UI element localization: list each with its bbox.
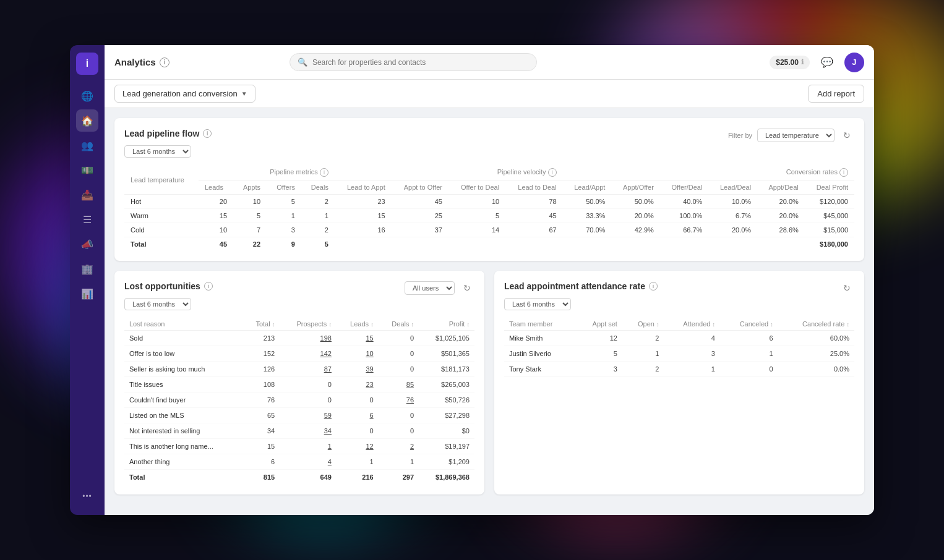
sidebar-item-home[interactable]: 🏠 <box>76 109 98 132</box>
add-report-button[interactable]: Add report <box>808 85 864 103</box>
row-reason: Not interested in selling <box>124 423 243 439</box>
deals-link[interactable]: 2 <box>410 443 414 450</box>
user-avatar[interactable]: J <box>844 53 864 72</box>
row-lead-appt-v: 23 <box>335 195 392 209</box>
sidebar-item-megaphone[interactable]: 📣 <box>76 233 98 255</box>
lost-col-reason: Lost reason <box>124 318 243 331</box>
prospects-link[interactable]: 34 <box>324 427 332 435</box>
app-container: i 🌐 🏠 👥 💵 📥 ☰ 📣 🏢 📊 ••• Analytics i <box>70 45 874 515</box>
deals-link[interactable]: 85 <box>406 381 414 388</box>
sidebar-item-globe[interactable]: 🌐 <box>76 85 98 107</box>
report-selector[interactable]: Lead generation and conversion ▼ <box>114 85 255 103</box>
col-temperature: Lead temperature <box>124 165 199 195</box>
sidebar-item-dollar[interactable]: 💵 <box>76 159 98 181</box>
sidebar-item-inbox[interactable]: 📥 <box>76 184 98 206</box>
row-total: 126 <box>243 362 280 377</box>
lost-opp-header: Lost opportunities i All users ↻ <box>124 281 474 295</box>
row-offers: 3 <box>267 223 301 237</box>
pipeline-filter-right: Filter by Lead temperature ↻ <box>728 128 854 143</box>
deals-link[interactable]: 76 <box>406 396 414 404</box>
prospects-link[interactable]: 59 <box>324 412 332 419</box>
sidebar-item-list[interactable]: ☰ <box>76 208 98 231</box>
lost-opp-refresh-button[interactable]: ↻ <box>460 281 474 295</box>
row-total: 15 <box>243 439 280 454</box>
sidebar-item-contacts[interactable]: 👥 <box>76 134 98 156</box>
prospects-link[interactable]: 1 <box>328 443 332 450</box>
row-deals: 2 <box>301 223 335 237</box>
analytics-info-icon[interactable]: i <box>160 57 169 67</box>
conversion-rates-info[interactable]: i <box>839 168 848 177</box>
leads-link[interactable]: 6 <box>370 412 374 419</box>
pipeline-flow-info-icon[interactable]: i <box>203 129 212 138</box>
row-lead-deal-v: 78 <box>505 195 562 209</box>
lost-opp-period-selector[interactable]: Last 6 months <box>124 298 191 310</box>
row-offer-deal-r: 100.0% <box>660 209 709 223</box>
pipeline-period-selector[interactable]: Last 6 months <box>124 145 191 158</box>
bottom-panels: Lost opportunities i All users ↻ <box>114 271 864 494</box>
pipeline-velocity-info[interactable]: i <box>548 168 557 177</box>
row-leads: 6 <box>337 408 379 423</box>
total-v1 <box>335 237 392 252</box>
att-row-canceled: 6 <box>720 331 778 346</box>
leads-link[interactable]: 23 <box>366 381 373 388</box>
attendance-period-selector[interactable]: Last 6 months <box>504 298 571 310</box>
page-title: Analytics <box>114 57 156 67</box>
row-prospects: 34 <box>280 423 337 439</box>
lost-opp-row: Title issues 108 0 23 85 $265,003 <box>124 377 474 392</box>
row-appt-offer-r: 20.0% <box>611 209 660 223</box>
prospects-link[interactable]: 87 <box>324 365 332 373</box>
sidebar-item-more[interactable]: ••• <box>76 485 98 507</box>
lost-opp-period: Last 6 months <box>124 298 474 310</box>
search-input[interactable] <box>312 58 529 67</box>
row-temperature: Warm <box>124 209 199 223</box>
row-lead-deal-r: 10.0% <box>708 195 757 209</box>
total-appts: 22 <box>233 237 267 252</box>
row-appt-offer-v: 37 <box>392 223 448 237</box>
report-selector-label: Lead generation and conversion <box>122 89 238 98</box>
pipeline-refresh-button[interactable]: ↻ <box>839 128 854 143</box>
app-wrapper: i 🌐 🏠 👥 💵 📥 ☰ 📣 🏢 📊 ••• Analytics i <box>0 0 944 560</box>
leads-link[interactable]: 12 <box>366 443 373 450</box>
pipeline-flow-title: Lead pipeline flow <box>124 129 199 138</box>
attendance-info-icon[interactable]: i <box>649 282 658 291</box>
sidebar-item-analytics[interactable]: 📊 <box>76 282 98 305</box>
row-prospects: 0 <box>280 392 337 408</box>
chat-icon-btn[interactable]: 💬 <box>817 53 837 72</box>
pipeline-filter-select[interactable]: Lead temperature <box>757 129 835 142</box>
lost-opp-table: Lost reason Total ↕ Prospects ↕ <box>124 318 474 485</box>
row-prospects: 4 <box>280 454 337 470</box>
total-r2 <box>611 237 660 252</box>
row-reason: Title issues <box>124 377 243 392</box>
lost-opportunities-card: Lost opportunities i All users ↻ <box>114 271 484 494</box>
row-appt-offer-v: 45 <box>392 195 448 209</box>
row-appt-offer-r: 50.0% <box>611 195 660 209</box>
prospects-link[interactable]: 4 <box>328 458 332 465</box>
row-offer-deal-v: 10 <box>448 195 505 209</box>
att-col-canceled: Canceled ↕ <box>720 318 778 331</box>
lost-opp-info-icon[interactable]: i <box>204 282 213 291</box>
prospects-link[interactable]: 142 <box>320 350 332 357</box>
row-leads: 15 <box>337 331 379 346</box>
prospects-link[interactable]: 198 <box>320 334 332 342</box>
row-leads: 15 <box>199 209 233 223</box>
row-total: 76 <box>243 392 280 408</box>
pipeline-totals-row: Total 45 22 9 5 <box>124 237 854 252</box>
pipeline-metrics-info[interactable]: i <box>320 168 328 177</box>
row-prospects: 59 <box>280 408 337 423</box>
att-row-name: Mike Smith <box>504 331 576 346</box>
pipeline-table-wrapper: Lead temperature Pipeline metrics i Pipe… <box>124 165 854 251</box>
leads-link[interactable]: 15 <box>366 334 373 342</box>
search-bar[interactable]: 🔍 <box>290 53 537 71</box>
row-total: 34 <box>243 423 280 439</box>
sidebar-item-team[interactable]: 🏢 <box>76 258 98 280</box>
leads-link[interactable]: 39 <box>366 365 373 373</box>
col-appt-offer-r: Appt/Offer <box>611 180 660 195</box>
row-reason: This is another long name... <box>124 439 243 454</box>
att-row-open: 2 <box>622 362 664 377</box>
row-profit: $50,726 <box>419 392 474 408</box>
leads-link[interactable]: 10 <box>366 350 373 357</box>
att-col-open: Open ↕ <box>622 318 664 331</box>
lost-opp-user-filter[interactable]: All users <box>405 281 455 295</box>
attendance-refresh-button[interactable]: ↻ <box>839 281 854 295</box>
credit-info-icon[interactable]: ℹ <box>801 58 804 66</box>
